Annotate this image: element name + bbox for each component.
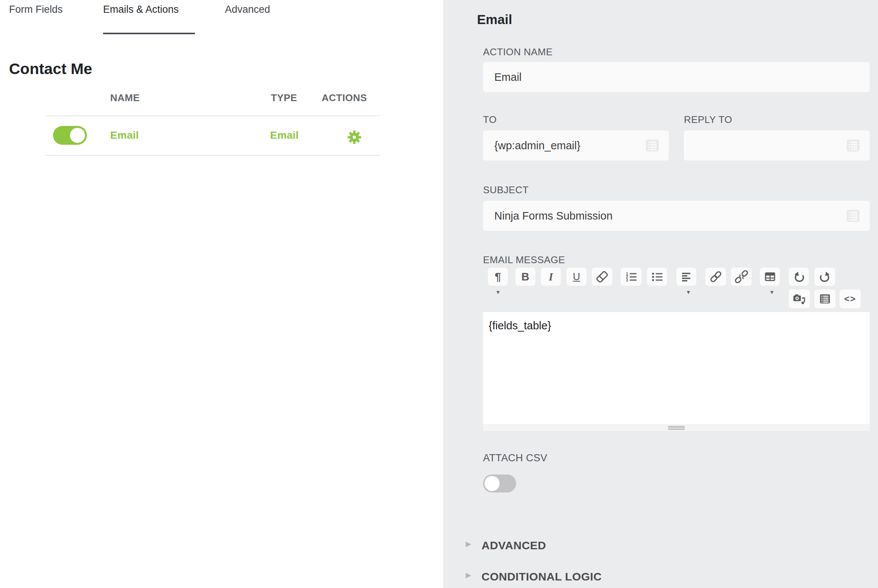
unlink-icon	[735, 270, 748, 283]
merge-tags-icon[interactable]	[846, 139, 860, 152]
italic-icon: I	[549, 271, 553, 282]
paragraph-dropdown-caret[interactable]: ▼	[495, 289, 501, 295]
redo-arrow-icon	[819, 271, 831, 283]
merge-tags-icon[interactable]	[846, 209, 860, 223]
bold-icon: B	[521, 271, 529, 282]
align-dropdown-caret[interactable]: ▼	[686, 289, 691, 295]
form-title: Contact Me	[9, 60, 92, 78]
unordered-list-button[interactable]	[647, 268, 667, 286]
ninja-forms-builder: Form Fields Emails & Actions Advanced Co…	[0, 0, 878, 588]
to-input[interactable]: {wp:admin_email}	[483, 130, 669, 161]
add-media-button[interactable]	[789, 289, 810, 308]
bold-button[interactable]: B	[515, 268, 535, 286]
align-button[interactable]	[676, 268, 696, 286]
action-name-label: ACTION NAME	[483, 46, 553, 58]
reply-to-input[interactable]	[684, 130, 870, 161]
tab-emails-actions[interactable]: Emails & Actions	[103, 4, 179, 15]
table-dropdown-caret[interactable]: ▼	[769, 289, 775, 295]
remove-formatting-button[interactable]	[592, 268, 612, 286]
editor-statusbar	[483, 424, 870, 431]
conditional-logic-section-label: CONDITIONAL LOGIC	[482, 570, 602, 583]
list-box-icon	[819, 293, 831, 305]
align-left-icon	[681, 271, 692, 282]
link-icon	[709, 270, 723, 283]
action-settings-drawer: Email ACTION NAME Email TO REPLY TO {wp:…	[443, 0, 878, 588]
table-divider	[46, 115, 380, 116]
merge-tags-icon[interactable]	[646, 139, 659, 152]
expand-triangle-icon: ▶	[466, 540, 471, 547]
ordered-list-button[interactable]: 123	[621, 268, 641, 286]
action-type-label: Email	[270, 129, 299, 141]
eraser-icon	[596, 271, 609, 282]
toggle-knob	[485, 476, 500, 491]
gear-icon[interactable]	[348, 130, 361, 144]
table-divider	[46, 155, 380, 156]
column-header-type: TYPE	[271, 92, 297, 104]
italic-button[interactable]: I	[541, 268, 561, 286]
code-icon: <>	[844, 294, 856, 303]
attach-csv-toggle[interactable]	[483, 474, 516, 493]
camera-note-icon	[793, 293, 806, 305]
email-message-editor[interactable]: {fields_table}	[483, 312, 870, 424]
column-header-actions: ACTIONS	[322, 92, 367, 104]
advanced-section-label: ADVANCED	[482, 539, 546, 552]
attach-csv-label: ATTACH CSV	[483, 452, 547, 464]
email-message-label: EMAIL MESSAGE	[483, 254, 565, 266]
bullet-list-icon	[651, 271, 663, 282]
action-name-input[interactable]: Email	[483, 62, 870, 92]
editor-resize-handle[interactable]	[668, 425, 685, 430]
toggle-knob	[70, 128, 85, 143]
underline-icon: U	[573, 272, 580, 282]
undo-button[interactable]	[789, 268, 809, 286]
drawer-title: Email	[477, 12, 512, 27]
to-value: {wp:admin_email}	[494, 139, 580, 152]
expand-triangle-icon: ▶	[466, 571, 471, 579]
tab-form-fields[interactable]: Form Fields	[9, 4, 63, 15]
email-message-value: {fields_table}	[489, 320, 551, 332]
action-name-link[interactable]: Email	[110, 129, 139, 141]
subject-value: Ninja Forms Submission	[494, 210, 612, 222]
subject-label: SUBJECT	[483, 184, 529, 196]
table-grid-icon	[764, 271, 776, 283]
remove-link-button[interactable]	[731, 268, 752, 286]
subject-input[interactable]: Ninja Forms Submission	[483, 201, 870, 231]
redo-button[interactable]	[814, 268, 835, 286]
merge-tags-list-button[interactable]	[814, 289, 835, 308]
action-name-value: Email	[494, 71, 522, 83]
reply-to-label: REPLY TO	[684, 114, 732, 126]
insert-table-button[interactable]	[760, 268, 780, 286]
pilcrow-icon: ¶	[495, 271, 501, 282]
svg-text:3: 3	[626, 278, 628, 282]
to-label: TO	[483, 114, 497, 126]
undo-arrow-icon	[793, 271, 805, 283]
column-header-name: NAME	[110, 92, 140, 104]
underline-button[interactable]: U	[567, 268, 586, 286]
action-enabled-toggle[interactable]	[53, 126, 87, 145]
insert-link-button[interactable]	[705, 268, 726, 286]
numbered-list-icon: 123	[625, 271, 637, 282]
tab-advanced[interactable]: Advanced	[225, 4, 270, 15]
active-tab-underline	[103, 33, 195, 34]
source-code-button[interactable]: <>	[840, 289, 861, 308]
paragraph-format-button[interactable]: ¶	[488, 268, 508, 286]
